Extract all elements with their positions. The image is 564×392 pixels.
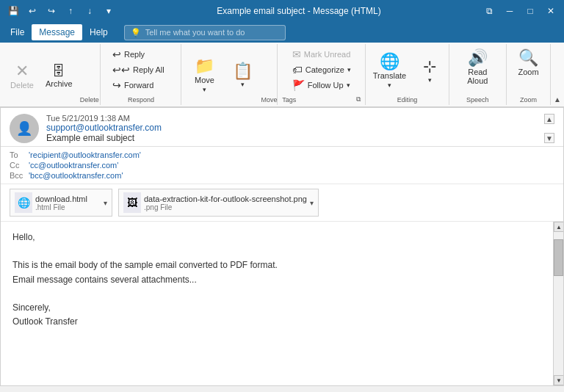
ribbon-group-respond: ↩ Reply ↩↩ Reply All ↪ Forward Respond (101, 44, 181, 105)
body-line2: Email message contains several attachmen… (12, 273, 538, 287)
categorize-dropdown-icon: ▾ (347, 66, 351, 73)
archive-button[interactable]: 🗄 Archive (41, 62, 77, 91)
delete-icon: ✕ (15, 63, 29, 79)
maximize-button[interactable]: □ (523, 4, 538, 18)
scroll-thumb[interactable] (554, 239, 563, 276)
minimize-button[interactable]: ─ (502, 4, 517, 18)
select-button[interactable]: ⊹ ▾ (413, 56, 446, 87)
undo-icon[interactable]: ↩ (25, 4, 40, 18)
email-subject: Example email subject (46, 133, 537, 143)
avatar-icon: 👤 (16, 120, 32, 137)
respond-buttons: ↩ Reply ↩↩ Reply All ↪ Forward (108, 47, 174, 95)
down-icon[interactable]: ↓ (82, 4, 97, 18)
email-sender-info: Tue 5/21/2019 1:38 AM support@outlooktra… (46, 114, 537, 143)
attachment-html-name: download.html (35, 195, 101, 203)
email-date: Tue 5/21/2019 1:38 AM (46, 114, 537, 123)
email-meta: 👤 Tue 5/21/2019 1:38 AM support@outlookt… (10, 114, 554, 143)
translate-dropdown-icon: ▾ (388, 81, 391, 89)
reply-all-icon: ↩↩ (112, 64, 130, 76)
bcc-value: 'bcc@outlooktransfer.com' (29, 171, 123, 180)
speech-group-label: Speech (466, 95, 489, 104)
move-button[interactable]: 📁 Move ▾ (186, 55, 223, 96)
body-hello: Hello, (12, 231, 538, 244)
scroll-up-arrow[interactable]: ▲ (554, 222, 563, 232)
read-aloud-icon: 🔊 (468, 50, 488, 66)
mark-unread-button[interactable]: ✉ Mark Unread (288, 47, 355, 62)
png-file-icon: 🖼 (123, 192, 141, 213)
restore-icon[interactable]: ⧉ (482, 4, 496, 18)
attachment-png[interactable]: 🖼 data-extraction-kit-for-outlook-screen… (118, 189, 319, 217)
move-dropdown-icon: ▾ (203, 86, 206, 93)
ribbon-group-zoom: 🔍 Zoom Zoom (507, 44, 551, 105)
rules-icon: 📋 (233, 63, 253, 79)
reply-button[interactable]: ↩ Reply (108, 47, 174, 62)
ribbon-group-speech: 🔊 Read Aloud Speech (449, 44, 507, 105)
attachment-png-info: data-extraction-kit-for-outlook-screensh… (144, 195, 307, 211)
follow-up-button[interactable]: 🚩 Follow Up ▾ (288, 78, 355, 92)
follow-up-icon: 🚩 (292, 79, 305, 91)
editing-group-label: Editing (397, 95, 418, 104)
attachment-png-dropdown[interactable]: ▾ (310, 199, 314, 207)
menu-help[interactable]: Help (82, 24, 115, 40)
attachment-html-dropdown[interactable]: ▾ (104, 199, 107, 207)
cc-label: Cc (10, 161, 24, 170)
tags-group-label: Tags (282, 95, 296, 104)
bcc-row: Bcc 'bcc@outlooktransfer.com' (10, 170, 554, 181)
select-dropdown-icon: ▾ (428, 76, 432, 84)
close-button[interactable]: ✕ (543, 4, 558, 18)
cc-row: Cc 'cc@outlooktransfer.com' (10, 160, 554, 170)
titlebar-right: ⧉ ─ □ ✕ (482, 4, 558, 18)
move-group-label: Move (261, 95, 277, 104)
up-icon[interactable]: ↑ (63, 4, 78, 18)
ribbon-group-editing: 🌐 Translate ▾ ⊹ ▾ Editing (366, 44, 449, 105)
zoom-button[interactable]: 🔍 Zoom (513, 47, 545, 95)
email-recipients: To 'recipient@outlooktransfer.com' Cc 'c… (1, 147, 563, 184)
delete-button[interactable]: ✕ Delete (6, 60, 38, 92)
menu-file[interactable]: File (3, 24, 32, 40)
search-lightbulb-icon: 💡 (131, 28, 141, 37)
ribbon-group-move: 📁 Move ▾ 📋 ▾ Move (181, 44, 278, 105)
email-from: support@outlooktransfer.com (46, 123, 537, 133)
scroll-up-header[interactable]: ▲ (544, 114, 554, 124)
respond-group-label: Respond (128, 95, 154, 104)
tags-expand-icon[interactable]: ⧉ (356, 95, 361, 104)
search-input[interactable] (145, 28, 279, 37)
menu-message[interactable]: Message (32, 24, 82, 40)
redo-icon[interactable]: ↪ (44, 4, 59, 18)
email-body: Hello, This is the email body of the sam… (1, 222, 553, 385)
categorize-button[interactable]: 🏷 Categorize ▾ (288, 62, 355, 77)
reply-all-button[interactable]: ↩↩ Reply All (108, 62, 174, 77)
scroll-down-header[interactable]: ▼ (544, 133, 554, 143)
read-aloud-button[interactable]: 🔊 Read Aloud (454, 47, 502, 95)
menubar: File Message Help 💡 (0, 22, 564, 43)
attachment-png-type: .png File (144, 203, 307, 211)
cc-value: 'cc@outlooktransfer.com' (29, 161, 118, 170)
scroll-down-arrow[interactable]: ▼ (554, 375, 563, 385)
email-content: 👤 Tue 5/21/2019 1:38 AM support@outlookt… (0, 107, 564, 386)
ribbon-group-tags: ✉ Mark Unread 🏷 Categorize ▾ 🚩 Follow Up… (278, 44, 366, 105)
followup-dropdown-icon: ▾ (347, 81, 350, 89)
to-label: To (10, 150, 24, 159)
forward-button[interactable]: ↪ Forward (108, 78, 174, 92)
titlebar-left: 💾 ↩ ↪ ↑ ↓ ▾ (6, 4, 116, 18)
email-header: 👤 Tue 5/21/2019 1:38 AM support@outlookt… (1, 108, 563, 147)
ribbon-group-delete: ✕ Delete 🗄 Archive Delete (0, 44, 101, 105)
zoom-group-label: Zoom (520, 95, 537, 104)
attachment-html[interactable]: 🌐 download.html .html File ▾ (10, 189, 112, 217)
html-file-icon: 🌐 (15, 192, 32, 213)
attachment-png-name: data-extraction-kit-for-outlook-screensh… (144, 195, 307, 203)
tags-buttons: ✉ Mark Unread 🏷 Categorize ▾ 🚩 Follow Up… (288, 47, 355, 95)
select-icon: ⊹ (423, 59, 436, 75)
forward-icon: ↪ (112, 79, 121, 91)
attachments-row: 🌐 download.html .html File ▾ 🖼 data-extr… (1, 184, 563, 222)
titlebar: 💾 ↩ ↪ ↑ ↓ ▾ Example email subject - Mess… (0, 0, 564, 22)
search-bar[interactable]: 💡 (124, 25, 286, 40)
window-title: Example email subject - Message (HTML) (116, 6, 482, 16)
save-icon[interactable]: 💾 (6, 4, 21, 18)
ribbon: ✕ Delete 🗄 Archive Delete ↩ Reply ↩↩ Rep… (0, 43, 564, 107)
translate-button[interactable]: 🌐 Translate ▾ (369, 51, 411, 92)
ribbon-collapse-button[interactable]: ▲ (551, 94, 564, 105)
rules-button[interactable]: 📋 ▾ (224, 60, 261, 91)
scroll-track (554, 232, 563, 375)
customize-icon[interactable]: ▾ (101, 4, 116, 18)
